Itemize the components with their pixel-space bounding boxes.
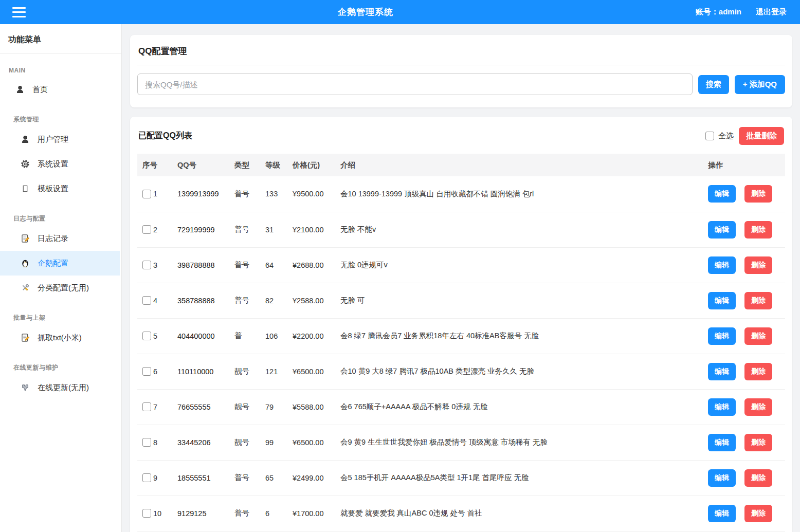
row-level: 82 (260, 283, 287, 318)
delete-button[interactable]: 删除 (744, 398, 772, 416)
edit-button[interactable]: 编辑 (708, 434, 736, 451)
delete-button[interactable]: 删除 (744, 505, 772, 522)
sidebar-group-update: 在线更新与维护 在线更新(无用) (0, 363, 121, 400)
row-level: 64 (260, 247, 287, 283)
app-title: 企鹅管理系统 (338, 6, 393, 18)
row-price: ¥2499.00 (287, 460, 335, 496)
row-price: ¥9500.00 (287, 176, 335, 212)
main-content: QQ配置管理 搜索 + 添加QQ 已配置QQ列表 全选 批量删除 (122, 24, 800, 532)
sidebar-item-category-config[interactable]: 分类配置(无用) (0, 276, 120, 300)
edit-button[interactable]: 编辑 (708, 185, 736, 203)
row-checkbox[interactable] (142, 190, 151, 198)
row-index: 2 (153, 226, 157, 234)
user-icon (15, 85, 25, 94)
logout-link[interactable]: 退出登录 (756, 7, 787, 17)
sidebar-item-label: 分类配置(无用) (38, 283, 89, 293)
edit-button[interactable]: 编辑 (708, 292, 736, 309)
sidebar-item-label: 企鹅配置 (38, 259, 68, 268)
delete-button[interactable]: 删除 (744, 327, 772, 345)
sidebar-item-home[interactable]: 首页 (0, 77, 120, 102)
col-header-desc: 介绍 (335, 154, 703, 176)
sidebar-item-label: 首页 (32, 85, 48, 95)
row-level: 31 (260, 212, 287, 247)
sidebar-group-batch: 批量与上架 抓取txt(小米) (0, 314, 121, 350)
col-header-actions: 操作 (703, 154, 785, 176)
row-level: 121 (260, 354, 287, 389)
search-button[interactable]: 搜索 (698, 75, 729, 94)
col-header-level: 等级 (260, 154, 287, 176)
row-description: 无脸 0违规可v (335, 247, 703, 283)
row-checkbox[interactable] (142, 332, 151, 340)
row-checkbox[interactable] (142, 225, 151, 234)
batch-delete-button[interactable]: 批量删除 (739, 127, 784, 145)
row-index: 7 (153, 403, 157, 411)
sidebar-item-label: 模板设置 (38, 184, 68, 194)
search-input[interactable] (137, 74, 693, 95)
row-checkbox[interactable] (142, 367, 151, 376)
row-qq-number: 729199999 (172, 212, 229, 247)
row-type: 普号 (229, 496, 260, 531)
edit-button[interactable]: 编辑 (708, 398, 736, 416)
row-price: ¥2100.00 (287, 212, 335, 247)
row-type: 普号 (229, 247, 260, 283)
edit-button[interactable]: 编辑 (708, 363, 736, 380)
select-all-checkbox[interactable] (705, 132, 714, 140)
row-checkbox[interactable] (142, 296, 151, 305)
select-all[interactable]: 全选 (705, 131, 734, 141)
edit-button[interactable]: 编辑 (708, 327, 736, 345)
sidebar-item-grab-txt[interactable]: 抓取txt(小米) (0, 325, 120, 350)
row-level: 65 (260, 460, 287, 496)
edit-button[interactable]: 编辑 (708, 505, 736, 522)
delete-button[interactable]: 删除 (744, 363, 772, 380)
delete-button[interactable]: 删除 (744, 292, 772, 309)
sidebar-item-online-update[interactable]: 在线更新(无用) (0, 375, 120, 400)
row-description: 会10 黄9 大8 绿7 腾讯7 极品10AB 类型漂亮 业务久久 无脸 (335, 354, 703, 389)
row-description: 会5 185手机开 AAAAA极品5A类型 1开1尾 首尾呼应 无脸 (335, 460, 703, 496)
row-type: 普号 (229, 176, 260, 212)
row-checkbox[interactable] (142, 261, 151, 269)
delete-button[interactable]: 删除 (744, 469, 772, 487)
sidebar-item-label: 在线更新(无用) (38, 383, 89, 393)
sidebar-item-user-management[interactable]: 用户管理 (0, 127, 120, 152)
sidebar-item-system-settings[interactable]: 系统设置 (0, 152, 120, 176)
delete-button[interactable]: 删除 (744, 221, 772, 239)
row-price: ¥5588.00 (287, 389, 335, 425)
row-index: 3 (153, 261, 157, 269)
row-checkbox[interactable] (142, 438, 151, 447)
row-checkbox[interactable] (142, 402, 151, 411)
gear-icon (21, 159, 30, 169)
memo-icon (21, 234, 30, 243)
row-description: 无脸 不能v (335, 212, 703, 247)
row-qq-number: 404400000 (172, 318, 229, 354)
col-header-type: 类型 (229, 154, 260, 176)
sidebar-item-log-records[interactable]: 日志记录 (0, 226, 120, 251)
widget-icon (21, 383, 30, 392)
row-level: 133 (260, 176, 287, 212)
table-row: 4 358788888 普号 82 ¥2588.00 无脸 可 编辑 删除 (137, 283, 785, 318)
row-checkbox[interactable] (142, 473, 151, 482)
edit-button[interactable]: 编辑 (708, 469, 736, 487)
qq-config-card: QQ配置管理 搜索 + 添加QQ (130, 35, 792, 107)
delete-button[interactable]: 删除 (744, 256, 772, 274)
row-qq-number: 110110000 (172, 354, 229, 389)
row-description: 会6 765顺子+AAAAA 极品不解释 0违规 无脸 (335, 389, 703, 425)
row-checkbox[interactable] (142, 509, 151, 518)
menu-icon[interactable] (12, 7, 26, 17)
row-description: 无脸 可 (335, 283, 703, 318)
row-price: ¥2588.00 (287, 283, 335, 318)
row-description: 会8 绿7 腾讯会员7 业务累积18年左右 40标准AB客服号 无脸 (335, 318, 703, 354)
delete-button[interactable]: 删除 (744, 185, 772, 203)
row-type: 普 (229, 318, 260, 354)
top-header: 企鹅管理系统 账号：admin 退出登录 (0, 0, 800, 24)
sidebar-item-penguin-config[interactable]: 企鹅配置 (0, 251, 120, 276)
row-index: 6 (153, 368, 157, 376)
penguin-icon (21, 259, 30, 268)
table-row: 5 404400000 普 106 ¥2200.00 会8 绿7 腾讯会员7 业… (137, 318, 785, 354)
sidebar-item-template-settings[interactable]: 模板设置 (0, 176, 120, 201)
row-description: 就要爱 就要爱我 真山ABC 0违规 处号 首社 (335, 496, 703, 531)
row-qq-number: 1399913999 (172, 176, 229, 212)
add-qq-button[interactable]: + 添加QQ (735, 75, 785, 94)
edit-button[interactable]: 编辑 (708, 221, 736, 239)
edit-button[interactable]: 编辑 (708, 256, 736, 274)
delete-button[interactable]: 删除 (744, 434, 772, 451)
